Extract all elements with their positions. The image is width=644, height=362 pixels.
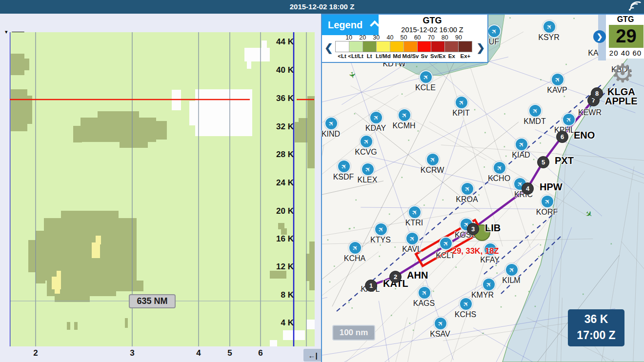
altitude-label: 20 K [259,206,294,216]
airport-label: KFAY [480,256,500,264]
range-badge: 635 NM [129,294,176,308]
airport-icon[interactable]: ✈ [487,24,501,38]
gtg-scale-labels: 20 40 60 [606,49,644,57]
wifi-icon [627,1,641,12]
airport-label: KMDT [523,117,545,126]
airport-label: KAVL [402,245,422,254]
airport-label: KTYS [370,236,391,244]
airport-icon[interactable]: ✈ [515,138,528,151]
waypoint-circle[interactable]: 8 [591,87,603,100]
legend-cell [362,41,376,52]
legend-cell-label: Ex+ [461,53,471,59]
airport-icon[interactable]: ✈ [434,317,447,330]
legend-cell-label: <Lt [338,53,346,59]
airport-label: KAGS [413,299,435,308]
legend-cell-label: Md/Sv [402,53,419,59]
airport-label: KCHA [344,254,365,263]
airplane-icon: ✈ [338,160,350,172]
airport-icon[interactable]: ✈ [408,205,422,219]
airplane-icon: ✈ [360,135,372,147]
legend-tick: 50 [401,34,407,41]
legend-cell-label: Sv [421,53,428,59]
legend-tick: 80 [442,34,448,41]
legend-tick: 10 [345,34,352,41]
airplane-icon: ✈ [488,25,500,37]
legend-cell-label: Md [393,53,401,59]
airport-icon[interactable]: ✈ [461,182,474,196]
distance-label: 2 [33,348,38,358]
distance-label: 3 [130,348,134,358]
turbulence-annotation: 29, 33K, 18Z [452,246,499,256]
airport-icon[interactable]: ✈ [459,297,473,311]
altitude-label: 36 K [259,94,294,103]
airport-icon[interactable]: ✈ [562,113,576,126]
airport-label: KCRW [421,166,444,175]
airplane-icon: ✈ [375,223,387,235]
airport-icon[interactable]: ✈ [543,20,556,34]
waypoint-label: LIB [485,222,501,234]
gtg-value-panel: GTG 29 20 40 60 [606,15,644,59]
airplane-icon: ✈ [461,182,473,195]
airplane-icon: ✈ [418,286,430,299]
airport-icon[interactable]: ✈ [493,161,506,175]
airport-icon[interactable]: ✈ [541,195,554,208]
airport-icon[interactable]: ✈ [505,263,519,277]
airplane-icon: ✈ [434,317,446,329]
airport-icon[interactable]: ✈ [426,153,440,166]
airport-label: KORF [536,208,558,217]
legend-prev-button[interactable]: ❮ [324,42,333,54]
airport-icon[interactable]: ✈ [398,108,411,122]
airport-label: KSDF [333,173,354,181]
airport-icon[interactable]: ✈ [360,135,373,148]
cross-section-chart[interactable]: 44 K40 K36 K32 K28 K24 K20 K16 K12 K8 K4… [10,32,315,346]
legend-cell-label: Ex [448,53,455,59]
airport-label: KDAY [365,124,386,133]
map-panel[interactable]: ✈✈ KDTW✈KCLE✈KPIT✈KCMH✈KDAY✈KIND✈KCVG✈KS… [321,14,644,362]
waypoint-circle[interactable]: 3 [467,223,479,235]
airplane-icon: ✈ [408,206,421,218]
panel-expand-button[interactable]: ❯ [593,30,606,43]
airport-icon[interactable]: ✈ [361,162,375,176]
airport-icon[interactable]: ✈ [482,278,496,291]
airport-icon[interactable]: ✈ [528,104,542,118]
waypoint-circle[interactable]: 5 [537,156,549,168]
airport-icon[interactable]: ✈ [369,111,383,124]
waypoint-circle[interactable]: 4 [522,182,534,195]
airport-icon[interactable]: ✈ [348,241,362,255]
airport-icon[interactable]: ✈ [374,222,388,236]
airport-label: KIAD [512,151,530,160]
airplane-icon: ✈ [460,298,472,310]
airport-label: KCHS [455,310,476,319]
settings-gear-icon[interactable]: ⚙ [611,60,634,86]
prev-leg-button[interactable]: ←| [308,351,317,360]
airplane-icon: ✈ [529,104,541,117]
airplane-icon: ✈ [455,96,467,108]
altitude-label: 8 K [259,290,294,300]
airport-icon[interactable]: ✈ [418,286,431,300]
airport-icon[interactable]: ✈ [405,232,419,245]
valid-time: 2015-12-02 18:00 Z [290,2,355,11]
gtg-value: 29 [609,25,644,48]
legend-toggle-button[interactable]: Legend [322,15,379,35]
airport-icon[interactable]: ✈ [324,117,338,130]
waypoint-circle[interactable]: 1 [365,280,377,292]
airport-icon[interactable]: ✈ [439,237,453,250]
legend-valid-time: 2015-12-02 16:00 Z [379,26,486,34]
airport-label: KCLE [415,83,436,92]
waypoint-circle[interactable]: 2 [389,271,402,283]
airport-icon[interactable]: ✈ [455,96,468,109]
airport-icon[interactable]: ✈ [551,73,564,86]
airport-label: KPIT [452,109,470,118]
airport-label: KSYR [538,33,560,42]
waypoint-label: AHN [407,270,428,281]
altitude-label: 16 K [259,234,294,244]
airport-icon[interactable]: ✈ [419,70,433,84]
airport-label: KCMH [392,121,415,130]
waypoint-label: ENO [574,130,595,141]
airport-icon[interactable]: ✈ [337,160,351,173]
waypoint-circle[interactable]: 6 [556,131,568,143]
airplane-icon: ✈ [483,278,495,290]
legend-next-button[interactable]: ❯ [476,42,485,54]
distance-label: 5 [227,348,232,358]
legend-tick: 30 [373,34,380,41]
